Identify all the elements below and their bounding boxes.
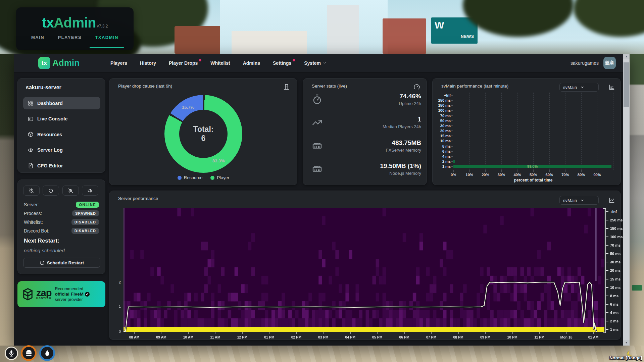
wall — [0, 54, 14, 346]
legend-dot — [210, 176, 214, 180]
right-axis-label: 2 ms — [610, 319, 628, 323]
x-axis-label: 30% — [494, 173, 509, 177]
right-axis-tick — [606, 304, 608, 305]
stat-label: Median Players 24h — [383, 124, 421, 129]
scrollbar-thumb[interactable] — [624, 62, 629, 107]
txadmin-web-panel: tx Admin PlayersHistoryPlayer DropsWhite… — [14, 54, 630, 346]
x-axis-label: 03 PM — [313, 335, 333, 339]
sidebar-item-dashboard[interactable]: Dashboard — [23, 97, 100, 109]
status-label: Whitelist: — [24, 219, 43, 225]
gridline — [581, 93, 582, 170]
nav-item-label: Player Drops — [169, 60, 198, 66]
avatar[interactable]: 義章 — [603, 57, 616, 69]
scrollbar-up-arrow[interactable]: ▲ — [623, 54, 630, 59]
schedule-restart-button[interactable]: Schedule Restart — [23, 258, 100, 268]
legend-item-player[interactable]: Player — [210, 175, 229, 180]
stat-value: 74.46% — [399, 93, 421, 100]
nui-tab-txadmin[interactable]: TXADMIN — [95, 35, 118, 40]
right-axis-tick — [606, 287, 608, 288]
nui-tab-players[interactable]: PLAYERS — [58, 35, 82, 40]
scrollbar-down-arrow[interactable]: ▼ — [623, 340, 630, 346]
histogram-icon[interactable] — [608, 84, 615, 91]
sidebar-item-cfg-editor[interactable]: CFG Editor — [23, 159, 100, 172]
x-axis-tick — [469, 170, 470, 172]
x-axis-tick — [269, 332, 269, 334]
x-axis-label: 10 AM — [178, 335, 198, 339]
ad-line: Recommended — [55, 286, 90, 292]
x-axis-label: 0% — [446, 173, 461, 177]
nav-item-admins[interactable]: Admins — [243, 60, 260, 66]
x-axis-label: 05 PM — [367, 335, 387, 339]
gridline — [613, 93, 613, 170]
y-axis-tick — [451, 141, 453, 141]
zap-logo: zap HOSTING — [21, 287, 51, 301]
zap-sub-wordmark: HOSTING — [36, 297, 51, 300]
nav-item-settings[interactable]: Settings — [273, 60, 291, 66]
right-axis-tick — [606, 312, 608, 313]
megaphone-button[interactable] — [82, 186, 98, 196]
wrench-slash-button[interactable] — [62, 186, 79, 196]
plus-circle-icon — [40, 260, 45, 265]
sidebar-item-label: Dashboard — [37, 101, 63, 106]
x-axis-label: 07 PM — [421, 335, 441, 339]
status-row: Whitelist:DISABLED — [24, 218, 99, 226]
legend-item-resource[interactable]: Resource — [178, 175, 203, 180]
nav-item-history[interactable]: History — [140, 60, 156, 66]
power-slash-button[interactable] — [23, 186, 40, 196]
right-axis-tick — [606, 253, 608, 254]
right-axis-label: 8 ms — [610, 294, 628, 298]
nui-tab-main[interactable]: MAIN — [31, 35, 44, 40]
txadmin-logo-mark[interactable]: tx — [38, 57, 50, 69]
right-axis-tick — [606, 279, 608, 279]
right-axis-label: 6 ms — [610, 302, 628, 306]
zap-hosting-ad[interactable]: zap HOSTING Recommended official FiveM✔ … — [17, 281, 105, 307]
sidebar-item-server-log[interactable]: Server Log — [23, 144, 100, 156]
door-open-icon[interactable] — [282, 83, 290, 91]
stat-row-median-players-24h: 1Median Players 24h — [312, 116, 421, 129]
megaphone-icon — [87, 188, 93, 194]
nav-item-label: History — [140, 60, 156, 66]
left-axis-label: 2 — [112, 280, 121, 284]
stat-row-fxserver-memory: 483.75MBFXServer Memory — [312, 139, 421, 153]
right-axis-cap — [603, 208, 606, 209]
sidebar-item-live-console[interactable]: Live Console — [23, 113, 100, 125]
top-navbar: tx Admin PlayersHistoryPlayer DropsWhite… — [14, 54, 623, 72]
sidebar-item-resources[interactable]: Resources — [23, 128, 100, 141]
line-chart-icon[interactable] — [608, 197, 615, 204]
trending-up-icon — [312, 117, 323, 128]
x-axis-tick — [188, 332, 189, 334]
x-axis-label: 11 AM — [205, 335, 225, 339]
nav-item-players[interactable]: Players — [110, 60, 127, 66]
nav-item-system[interactable]: System — [304, 60, 327, 66]
x-axis-label: 11 PM — [529, 335, 549, 339]
chevron-down-icon — [580, 198, 584, 202]
browser-scrollbar[interactable]: ▲ ▼ — [623, 54, 630, 346]
thread-select-dropdown[interactable]: svMain — [559, 196, 599, 205]
thread-select-dropdown[interactable]: svMain — [559, 83, 599, 92]
left-axis-label: 1 — [112, 304, 121, 308]
nav-item-whitelist[interactable]: Whitelist — [210, 60, 230, 66]
right-axis-label: 50 ms — [610, 252, 628, 256]
nav-item-player-drops[interactable]: Player Drops — [169, 60, 198, 66]
y-axis-label: +Inf — [434, 93, 451, 97]
gridline — [517, 93, 517, 170]
next-restart-heading: Next Restart: — [24, 238, 59, 244]
x-axis-tick — [565, 170, 565, 172]
histogram-bar-label: 99.0% — [527, 164, 538, 168]
notification-dot — [293, 59, 295, 61]
burger-icon — [25, 349, 33, 357]
restart-button[interactable] — [43, 186, 59, 196]
y-axis-tick — [451, 151, 453, 152]
txadmin-logo-text[interactable]: Admin — [52, 58, 80, 68]
x-axis-label: 01 PM — [259, 335, 279, 339]
right-axis-label: +Inf — [610, 210, 628, 214]
histogram-bar-1ms: 99.0% — [453, 165, 611, 168]
sidebar-item-label: CFG Editor — [37, 163, 63, 168]
y-axis-label: 20 ms — [434, 129, 451, 133]
y-axis-label: 100 ms — [434, 108, 451, 112]
x-axis-label: 40% — [510, 173, 525, 177]
thread-performance-card: svMain performance (last minute) svMain … — [432, 78, 621, 185]
stat-values: 19.50MB (1%)Node.js Memory — [380, 162, 422, 176]
palm-canopy — [463, 0, 574, 37]
right-axis-tick — [606, 296, 608, 296]
